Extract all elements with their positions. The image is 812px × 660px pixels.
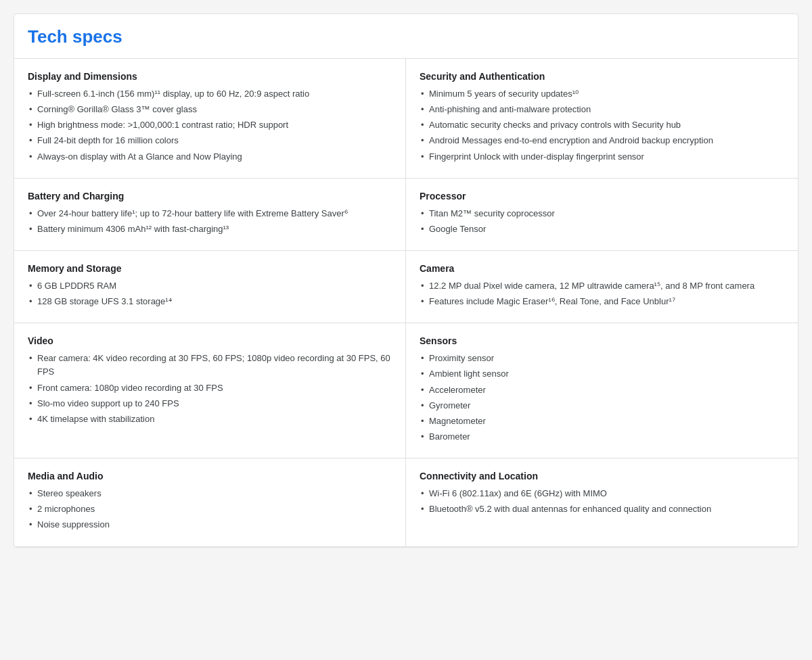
spec-category-display: Display and Dimensions <box>28 71 392 82</box>
spec-cell-camera: Camera12.2 MP dual Pixel wide camera, 12… <box>406 251 798 323</box>
tech-specs-container: Tech specs Display and DimensionsFull-sc… <box>14 14 798 548</box>
list-item: Anti-phishing and anti-malware protectio… <box>420 103 784 116</box>
list-item: Corning® Gorilla® Glass 3™ cover glass <box>28 103 392 116</box>
spec-list-security: Minimum 5 years of security updates¹⁰Ant… <box>420 87 784 164</box>
spec-category-media: Media and Audio <box>28 471 392 481</box>
list-item: Google Tensor <box>420 222 784 236</box>
list-item: Magnetometer <box>420 415 784 428</box>
spec-list-sensors: Proximity sensorAmbient light sensorAcce… <box>420 352 784 444</box>
spec-list-processor: Titan M2™ security coprocessorGoogle Ten… <box>420 207 784 236</box>
list-item: Bluetooth® v5.2 with dual antennas for e… <box>420 502 784 516</box>
list-item: Always-on display with At a Glance and N… <box>28 150 392 164</box>
spec-list-camera: 12.2 MP dual Pixel wide camera, 12 MP ul… <box>420 279 784 308</box>
spec-category-battery: Battery and Charging <box>28 191 392 202</box>
spec-cell-connectivity: Connectivity and LocationWi-Fi 6 (802.11… <box>406 458 798 546</box>
list-item: Fingerprint Unlock with under-display fi… <box>420 150 784 164</box>
list-item: Rear camera: 4K video recording at 30 FP… <box>28 352 392 379</box>
spec-cell-battery: Battery and ChargingOver 24-hour battery… <box>14 179 406 251</box>
list-item: 6 GB LPDDR5 RAM <box>28 279 392 293</box>
spec-list-media: Stereo speakers2 microphonesNoise suppre… <box>28 487 392 532</box>
spec-list-memory: 6 GB LPDDR5 RAM128 GB storage UFS 3.1 st… <box>28 279 392 308</box>
list-item: Wi-Fi 6 (802.11ax) and 6E (6GHz) with MI… <box>420 487 784 500</box>
spec-cell-sensors: SensorsProximity sensorAmbient light sen… <box>406 323 798 458</box>
list-item: High brightness mode: >1,000,000:1 contr… <box>28 118 392 132</box>
list-item: Full 24-bit depth for 16 million colors <box>28 134 392 147</box>
spec-category-memory: Memory and Storage <box>28 263 392 274</box>
list-item: Minimum 5 years of security updates¹⁰ <box>420 87 784 101</box>
list-item: Accelerometer <box>420 383 784 397</box>
list-item: Features include Magic Eraser¹⁶, Real To… <box>420 295 784 308</box>
list-item: Android Messages end-to-end encryption a… <box>420 134 784 147</box>
list-item: Noise suppression <box>28 518 392 532</box>
list-item: Stereo speakers <box>28 487 392 500</box>
list-item: Gyrometer <box>420 399 784 412</box>
list-item: Ambient light sensor <box>420 367 784 381</box>
spec-cell-display: Display and DimensionsFull-screen 6.1-in… <box>14 59 406 179</box>
spec-cell-security: Security and AuthenticationMinimum 5 yea… <box>406 59 798 179</box>
list-item: 2 microphones <box>28 502 392 516</box>
list-item: Automatic security checks and privacy co… <box>420 118 784 132</box>
list-item: Barometer <box>420 430 784 444</box>
list-item: Proximity sensor <box>420 352 784 365</box>
list-item: Over 24-hour battery life¹; up to 72-hou… <box>28 207 392 220</box>
specs-grid: Display and DimensionsFull-screen 6.1-in… <box>14 59 798 547</box>
spec-cell-processor: ProcessorTitan M2™ security coprocessorG… <box>406 179 798 251</box>
spec-category-sensors: Sensors <box>420 335 784 346</box>
list-item: Full-screen 6.1-inch (156 mm)¹¹ display,… <box>28 87 392 101</box>
list-item: Battery minimum 4306 mAh¹² with fast-cha… <box>28 222 392 236</box>
spec-cell-video: VideoRear camera: 4K video recording at … <box>14 323 406 458</box>
spec-category-connectivity: Connectivity and Location <box>420 471 784 481</box>
spec-list-display: Full-screen 6.1-inch (156 mm)¹¹ display,… <box>28 87 392 164</box>
spec-category-processor: Processor <box>420 191 784 202</box>
page-title: Tech specs <box>28 26 784 47</box>
spec-category-security: Security and Authentication <box>420 71 784 82</box>
spec-category-camera: Camera <box>420 263 784 274</box>
spec-list-connectivity: Wi-Fi 6 (802.11ax) and 6E (6GHz) with MI… <box>420 487 784 516</box>
spec-cell-media: Media and AudioStereo speakers2 micropho… <box>14 458 406 546</box>
list-item: 128 GB storage UFS 3.1 storage¹⁴ <box>28 295 392 308</box>
spec-list-video: Rear camera: 4K video recording at 30 FP… <box>28 352 392 426</box>
spec-cell-memory: Memory and Storage6 GB LPDDR5 RAM128 GB … <box>14 251 406 323</box>
page-title-section: Tech specs <box>14 14 798 59</box>
list-item: Slo-mo video support up to 240 FPS <box>28 397 392 410</box>
list-item: 12.2 MP dual Pixel wide camera, 12 MP ul… <box>420 279 784 293</box>
list-item: Titan M2™ security coprocessor <box>420 207 784 220</box>
list-item: Front camera: 1080p video recording at 3… <box>28 381 392 395</box>
spec-list-battery: Over 24-hour battery life¹; up to 72-hou… <box>28 207 392 236</box>
spec-category-video: Video <box>28 335 392 346</box>
list-item: 4K timelapse with stabilization <box>28 412 392 426</box>
